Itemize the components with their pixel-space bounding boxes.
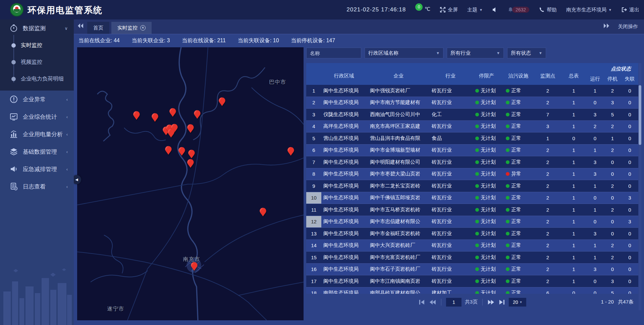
row-index: 17: [306, 275, 321, 287]
name-filter-input[interactable]: [306, 48, 361, 58]
sidebar-subitem-0-2[interactable]: 企业电力负荷明细: [0, 70, 74, 87]
table-row[interactable]: 17阆中生态环境局阆中市江南镇阆南页岩砖瓦行业无计划正常21030: [306, 275, 638, 287]
map-pin-3[interactable]: [193, 110, 202, 120]
cell-lost: 0: [621, 207, 638, 213]
map-pin-12[interactable]: [187, 150, 196, 160]
close-operations-button[interactable]: 关闭操作: [618, 23, 638, 30]
temperature: 0 ℃: [415, 6, 430, 13]
table-row[interactable]: 4高坪生态环境局南充市高坪区王家店建砖瓦行业无计划正常31220: [306, 121, 638, 133]
cell-region: 南部生态环境局: [321, 290, 367, 294]
row-index: 3: [306, 109, 321, 120]
map-pin-11[interactable]: [177, 147, 186, 157]
tabs-scroll-right-button[interactable]: [600, 19, 613, 34]
record-range-label: 1 - 20: [601, 299, 613, 305]
map-pin-14[interactable]: [286, 147, 295, 157]
chevron-left-icon: ‹: [66, 184, 68, 189]
cell-meters: 1: [561, 159, 586, 165]
cell-limit-status: 无计划: [471, 171, 502, 177]
page-number-input[interactable]: 1: [446, 298, 462, 307]
table-row[interactable]: 2阆中生态环境局阆中市南方节能建材有砖瓦行业无计划正常21030: [306, 97, 638, 109]
theme-dropdown[interactable]: 主题 ▼: [467, 7, 483, 13]
next-page-button[interactable]: [487, 300, 495, 305]
sidebar-item-2[interactable]: 企业综合统计‹: [0, 108, 74, 125]
scrollbar-thumb[interactable]: [639, 85, 641, 145]
map-pin-0[interactable]: [132, 111, 141, 121]
map-pin-2[interactable]: [168, 108, 177, 118]
notifications[interactable]: 2632: [507, 7, 529, 13]
table-scrollbar[interactable]: [639, 63, 641, 310]
page-size-value: 20: [513, 300, 518, 305]
last-page-button[interactable]: [498, 300, 505, 305]
cell-industry: 砖瓦行业: [430, 230, 471, 237]
table-row[interactable]: 18南部生态环境局南部县砖瓦建材有限公建材加工无计划正常60050: [306, 287, 638, 294]
cell-lost: 0: [621, 290, 638, 294]
sound-button[interactable]: [492, 7, 498, 13]
cell-stop: 2: [604, 255, 621, 260]
map-pin-1[interactable]: [151, 113, 159, 123]
table-row[interactable]: 13阆中生态环境局阆中市金福旺页岩机砖砖瓦行业无计划正常21300: [306, 228, 638, 240]
sidebar-item-0[interactable]: 数据监测∨: [0, 19, 74, 37]
datetime: 2021-02-25 17:46:18: [346, 6, 406, 13]
map-panel[interactable]: 巴中市南充市遂宁市: [77, 47, 304, 320]
status-filter-select[interactable]: 所有状态 ▼: [507, 48, 546, 58]
cell-stop: 3: [604, 100, 621, 105]
cell-lost: 0: [621, 147, 638, 153]
tab-0[interactable]: 首页: [87, 22, 109, 34]
sidebar-item-4[interactable]: 基础数据管理‹: [0, 143, 74, 160]
industry-filter-select[interactable]: 所有行业 ▼: [447, 48, 504, 58]
table-row[interactable]: 10阆中生态环境局阆中千佛镇五郎垭页岩砖瓦行业无计划正常21003: [306, 192, 638, 204]
sidebar-subitem-0-0[interactable]: 实时监控: [0, 37, 74, 54]
map-pin-8[interactable]: [167, 129, 175, 139]
org-dropdown[interactable]: 南充市生态环境局 ▼: [566, 7, 612, 13]
map-pin-13[interactable]: [186, 159, 195, 169]
col-header-region: 行政区域: [321, 69, 367, 79]
tabs-scroll-left-button[interactable]: [74, 19, 87, 34]
region-filter-value: 行政区域名称: [368, 50, 398, 56]
sidebar-item-1[interactable]: 企业异常‹: [0, 91, 74, 108]
table-row[interactable]: 9阆中生态环境局阆中市二龙长宝页岩砖砖瓦行业无计划正常21120: [306, 180, 638, 192]
exit-button[interactable]: 退出: [621, 7, 639, 13]
status-counts-bar: 当前在线企业: 44当前失联企业: 3当前在线设备: 211当前失联设备: 10…: [74, 34, 644, 47]
map-pin-16[interactable]: [190, 262, 199, 272]
sidebar-item-3[interactable]: 企业用电量分析‹: [0, 125, 74, 143]
chevron-left-icon: ‹: [66, 97, 68, 102]
tab-close-icon[interactable]: ✕: [140, 25, 146, 31]
sidebar-subitem-0-1[interactable]: 视频监控: [0, 54, 74, 70]
table-row[interactable]: 8阆中生态环境局阆中市枣碧大梁山页岩砖瓦行业无计划异常21300: [306, 168, 638, 180]
cell-meters: 1: [561, 112, 586, 117]
cell-limit-status: 无计划: [471, 218, 502, 225]
chevron-down-icon: ▼: [496, 51, 500, 55]
help-button[interactable]: 帮助: [539, 7, 557, 13]
chevron-down-icon: ▼: [479, 8, 483, 12]
fullscreen-button[interactable]: 全屏: [440, 7, 458, 13]
map-pin-4[interactable]: [218, 97, 226, 107]
map-pin-15[interactable]: [259, 207, 267, 217]
first-page-button[interactable]: [418, 300, 426, 305]
region-filter-select[interactable]: 行政区域名称 ▼: [365, 48, 443, 58]
table-row[interactable]: 3仪陇生态环境局西南油气田分公司川中化工无计划正常71350: [306, 109, 638, 121]
cell-limit-status: 无计划: [471, 195, 502, 201]
table-row[interactable]: 14阆中生态环境局阆中大兴页岩机砖厂砖瓦行业无计划正常21120: [306, 240, 638, 252]
table-row[interactable]: 1阆中生态环境局阆中强锐页岩砖厂砖瓦行业无计划正常21120: [306, 85, 638, 97]
cell-facility-status: 正常: [502, 159, 534, 165]
table-row[interactable]: 11阆中生态环境局阆中市五马桥页岩机砖砖瓦行业无计划正常21120: [306, 204, 638, 216]
cell-industry: 砖瓦行业: [430, 266, 471, 272]
sidebar-item-6[interactable]: 日志查看‹: [0, 178, 74, 195]
cell-limit-status: 无计划: [471, 88, 502, 94]
app-root: 环保用电监管系统 2021-02-25 17:46:18 0 ℃ 全屏 主题 ▼: [0, 0, 644, 325]
map-pin-9[interactable]: [186, 124, 195, 134]
tab-1[interactable]: 实时监控✕: [111, 22, 152, 34]
page-size-select[interactable]: 20 ▼: [509, 298, 526, 307]
col-header-limit: 停限产: [471, 69, 502, 79]
table-row[interactable]: 12阆中生态环境局阆中市忠信建材有限公砖瓦行业无计划正常21003: [306, 216, 638, 228]
table-row[interactable]: 15阆中生态环境局阆中市光富页岩机砖厂砖瓦行业无计划正常21120: [306, 252, 638, 264]
table-row[interactable]: 16阆中生态环境局阆中市石子页岩机砖厂砖瓦行业无计划正常21300: [306, 264, 638, 276]
table-row[interactable]: 5营山生态环境局营山县润丰肉食品有限食品无计划正常10010: [306, 132, 638, 145]
sidebar-item-5[interactable]: 应急减排管理‹: [0, 160, 74, 178]
table-row[interactable]: 7阆中生态环境局阆中明阳建材有限公司砖瓦行业无计划正常21300: [306, 156, 638, 168]
cell-industry: 砖瓦行业: [430, 242, 471, 249]
prev-page-button[interactable]: [429, 300, 436, 305]
map-pin-10[interactable]: [164, 146, 173, 156]
table-row[interactable]: 6阆中生态环境局阆中市金博瑞新型墙材砖瓦行业无计划正常21120: [306, 145, 638, 157]
cell-points: 2: [534, 207, 561, 213]
